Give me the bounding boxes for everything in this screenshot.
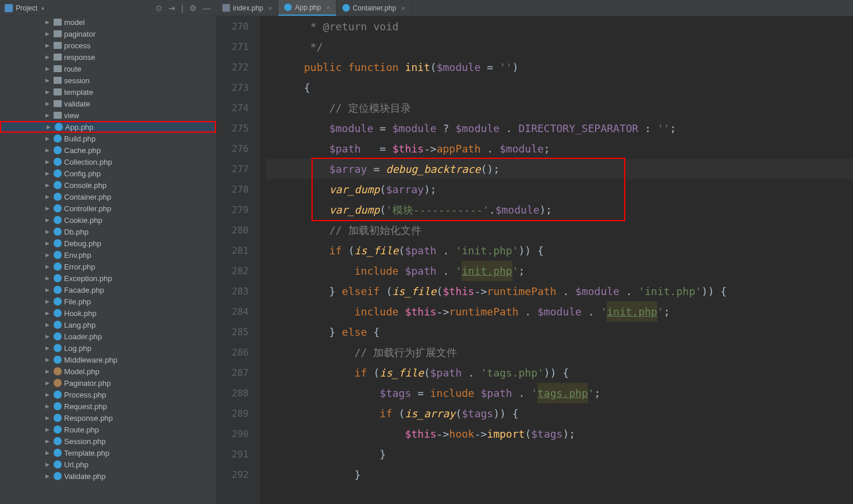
file-Console-php[interactable]: Console.php xyxy=(0,179,216,191)
expand-arrow-icon[interactable] xyxy=(45,333,51,339)
expand-arrow-icon[interactable] xyxy=(45,240,51,246)
line-number[interactable]: 288 xyxy=(217,383,249,403)
target-icon[interactable]: ⊙ xyxy=(155,3,162,13)
line-number[interactable]: 287 xyxy=(217,363,249,383)
file-Loader-php[interactable]: Loader.php xyxy=(0,331,216,342)
line-number[interactable]: 280 xyxy=(217,220,249,240)
file-Build-php[interactable]: Build.php xyxy=(0,133,216,144)
file-Config-php[interactable]: Config.php xyxy=(0,168,216,179)
line-number[interactable]: 290 xyxy=(217,424,249,444)
line-number[interactable]: 291 xyxy=(217,444,249,464)
line-number[interactable]: 289 xyxy=(217,403,249,424)
file-Hook-php[interactable]: Hook.php xyxy=(0,307,216,319)
expand-arrow-icon[interactable] xyxy=(45,31,51,37)
line-number[interactable]: 285 xyxy=(217,322,249,342)
code-line-286[interactable]: // 加载行为扩展文件 xyxy=(266,342,853,363)
file-File-php[interactable]: File.php xyxy=(0,296,216,307)
expand-arrow-icon[interactable] xyxy=(45,438,51,444)
file-App-php[interactable]: App.php xyxy=(0,121,216,133)
close-icon[interactable]: × xyxy=(401,5,405,12)
expand-arrow-icon[interactable] xyxy=(45,205,51,211)
file-Cookie-php[interactable]: Cookie.php xyxy=(0,214,216,226)
line-number[interactable]: 277 xyxy=(217,159,249,179)
line-number[interactable]: 278 xyxy=(217,179,249,200)
expand-arrow-icon[interactable] xyxy=(45,380,51,386)
expand-arrow-icon[interactable] xyxy=(45,101,51,107)
expand-arrow-icon[interactable] xyxy=(45,66,51,72)
expand-arrow-icon[interactable] xyxy=(45,415,51,421)
expand-arrow-icon[interactable] xyxy=(45,89,51,95)
project-dropdown[interactable]: Project xyxy=(0,4,49,12)
code-line-290[interactable]: $this->hook->import($tags); xyxy=(266,424,853,444)
expand-arrow-icon[interactable] xyxy=(45,322,51,328)
file-Paginator-php[interactable]: Paginator.php xyxy=(0,377,216,389)
code-line-275[interactable]: $module = $module ? $module . DIRECTORY_… xyxy=(266,118,853,139)
expand-arrow-icon[interactable] xyxy=(45,403,51,409)
expand-arrow-icon[interactable] xyxy=(45,275,51,281)
file-Env-php[interactable]: Env.php xyxy=(0,249,216,261)
file-Controller-php[interactable]: Controller.php xyxy=(0,203,216,214)
project-sidebar[interactable]: modelpaginatorprocessresponseroutesessio… xyxy=(0,16,217,504)
code-line-277[interactable]: $array = debug_backtrace(); xyxy=(266,159,853,179)
code-line-292[interactable]: } xyxy=(266,464,853,485)
code-line-279[interactable]: var_dump('模块-----------'.$module); xyxy=(266,200,853,220)
file-Model-php[interactable]: Model.php xyxy=(0,365,216,377)
code-line-284[interactable]: include $this->runtimePath . $module . '… xyxy=(266,301,853,322)
line-number[interactable]: 292 xyxy=(217,464,249,485)
expand-arrow-icon[interactable] xyxy=(45,19,51,25)
code-line-278[interactable]: var_dump($array); xyxy=(266,179,853,200)
collapse-icon[interactable]: ⇥ xyxy=(168,3,175,13)
code-line-289[interactable]: if (is_array($tags)) { xyxy=(266,403,853,424)
expand-arrow-icon[interactable] xyxy=(45,54,51,60)
tab-App-php[interactable]: App.php× xyxy=(278,0,336,16)
expand-arrow-icon[interactable] xyxy=(45,159,51,165)
folder-route[interactable]: route xyxy=(0,63,216,74)
file-Cache-php[interactable]: Cache.php xyxy=(0,144,216,156)
line-number[interactable]: 281 xyxy=(217,240,249,261)
file-Db-php[interactable]: Db.php xyxy=(0,226,216,237)
expand-arrow-icon[interactable] xyxy=(45,473,51,479)
line-number[interactable]: 271 xyxy=(217,37,249,57)
code-line-274[interactable]: // 定位模块目录 xyxy=(266,98,853,118)
expand-arrow-icon[interactable] xyxy=(45,229,51,235)
code-line-281[interactable]: if (is_file($path . 'init.php')) { xyxy=(266,240,853,261)
code-line-270[interactable]: * @return void xyxy=(266,16,853,37)
file-Route-php[interactable]: Route.php xyxy=(0,424,216,435)
expand-arrow-icon[interactable] xyxy=(45,299,51,304)
expand-arrow-icon[interactable] xyxy=(45,77,51,83)
file-Template-php[interactable]: Template.php xyxy=(0,447,216,459)
file-Request-php[interactable]: Request.php xyxy=(0,400,216,412)
expand-arrow-icon[interactable] xyxy=(45,310,51,316)
expand-arrow-icon[interactable] xyxy=(45,147,51,153)
file-Process-php[interactable]: Process.php xyxy=(0,389,216,400)
expand-arrow-icon[interactable] xyxy=(45,217,51,223)
file-Collection-php[interactable]: Collection.php xyxy=(0,156,216,168)
line-number[interactable]: 286 xyxy=(217,342,249,363)
file-Response-php[interactable]: Response.php xyxy=(0,412,216,424)
expand-arrow-icon[interactable] xyxy=(45,462,51,467)
expand-arrow-icon[interactable] xyxy=(45,357,51,363)
file-Validate-php[interactable]: Validate.php xyxy=(0,470,216,482)
expand-arrow-icon[interactable] xyxy=(47,124,52,130)
code-line-280[interactable]: // 加载初始化文件 xyxy=(266,220,853,240)
folder-model[interactable]: model xyxy=(0,16,216,28)
code-line-276[interactable]: $path = $this->appPath . $module; xyxy=(266,139,853,159)
code-line-273[interactable]: { xyxy=(266,77,853,98)
file-Exception-php[interactable]: Exception.php xyxy=(0,272,216,284)
code-line-271[interactable]: */ xyxy=(266,37,853,57)
line-number[interactable]: 273 xyxy=(217,77,249,98)
code-line-285[interactable]: } else { xyxy=(266,322,853,342)
folder-paginator[interactable]: paginator xyxy=(0,28,216,40)
line-number[interactable]: 275 xyxy=(217,118,249,139)
expand-arrow-icon[interactable] xyxy=(45,368,51,374)
file-Container-php[interactable]: Container.php xyxy=(0,191,216,203)
line-number[interactable]: 284 xyxy=(217,301,249,322)
code-line-272[interactable]: public function init($module = '') xyxy=(266,57,853,77)
expand-arrow-icon[interactable] xyxy=(45,136,51,141)
expand-arrow-icon[interactable] xyxy=(45,264,51,269)
line-number[interactable]: 283 xyxy=(217,281,249,301)
line-number[interactable]: 276 xyxy=(217,139,249,159)
line-gutter[interactable]: 2702712722732742752762772782792802812822… xyxy=(217,16,260,504)
folder-session[interactable]: session xyxy=(0,74,216,86)
close-icon[interactable]: × xyxy=(326,4,330,11)
